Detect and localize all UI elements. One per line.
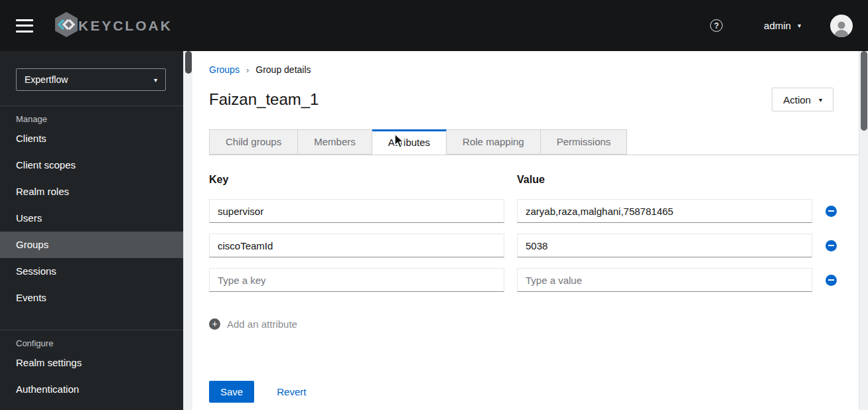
- help-icon[interactable]: ?: [710, 19, 723, 32]
- attribute-key-input[interactable]: [209, 199, 504, 223]
- breadcrumb-groups-link[interactable]: Groups: [209, 64, 240, 75]
- sidebar-item-groups[interactable]: Groups: [0, 232, 183, 258]
- attributes-table-header: Key Value: [209, 174, 837, 186]
- main-content: Groups › Group details Faizan_team_1 Act…: [192, 51, 859, 410]
- sidebar-item-clients[interactable]: Clients: [0, 125, 183, 152]
- sidebar-item-sessions[interactable]: Sessions: [0, 258, 183, 285]
- form-actions: Save Revert: [209, 381, 837, 403]
- sidebar-item-client-scopes[interactable]: Client scopes: [0, 152, 183, 178]
- attribute-value-input[interactable]: [517, 199, 812, 223]
- chevron-down-icon: ▾: [819, 96, 822, 103]
- remove-attribute-button minus-circle-icon[interactable]: [826, 240, 837, 251]
- chevron-down-icon: ▾: [154, 76, 157, 84]
- value-column-header: Value: [517, 174, 812, 186]
- revert-link[interactable]: Revert: [277, 386, 306, 397]
- realm-selector-value: Expertflow: [25, 74, 68, 85]
- add-attribute-label: Add an attribute: [227, 318, 297, 330]
- keycloak-logo: KEYCLOAK: [50, 9, 173, 43]
- page-title: Faizan_team_1: [209, 90, 319, 109]
- action-dropdown-label: Action: [783, 94, 811, 105]
- brand-wordmark: KEYCLOAK: [78, 18, 173, 34]
- sidebar: Expertflow ▾ Manage Clients Client scope…: [0, 51, 183, 410]
- save-button[interactable]: Save: [209, 381, 254, 403]
- topbar-right: ? admin ▾: [710, 15, 868, 37]
- tab-permissions[interactable]: Permissions: [541, 129, 628, 155]
- sidebar-item-events[interactable]: Events: [0, 285, 183, 311]
- user-menu-label: admin: [764, 20, 791, 31]
- attribute-value-input[interactable]: [517, 234, 812, 257]
- attribute-row: [209, 268, 837, 292]
- keycloak-logo-icon: [50, 9, 82, 43]
- page-scrollbar[interactable]: [859, 51, 868, 410]
- breadcrumb-current: Group details: [255, 64, 311, 75]
- sidebar-item-realm-roles[interactable]: Realm roles: [0, 178, 183, 205]
- user-menu[interactable]: admin ▾: [764, 20, 801, 31]
- tab-attributes[interactable]: Attributes: [372, 129, 447, 155]
- attribute-value-input[interactable]: [517, 268, 812, 292]
- tab-bar: Child groups Members Attributes Role map…: [209, 129, 859, 155]
- sidebar-item-users[interactable]: Users: [0, 205, 183, 232]
- sidebar-scrollbar[interactable]: [183, 51, 192, 410]
- breadcrumb: Groups › Group details: [209, 64, 859, 75]
- add-attribute-button[interactable]: + Add an attribute: [209, 318, 297, 330]
- realm-selector[interactable]: Expertflow ▾: [16, 68, 166, 91]
- nav-section-title: Configure: [0, 330, 183, 340]
- attribute-row: [209, 234, 837, 257]
- nav-section-manage: Manage Clients Client scopes Realm roles…: [0, 105, 183, 311]
- sidebar-item-authentication[interactable]: Authentication: [0, 376, 183, 403]
- attribute-row: [209, 199, 837, 223]
- tab-child-groups[interactable]: Child groups: [209, 129, 298, 155]
- breadcrumb-separator-icon: ›: [246, 65, 249, 75]
- hamburger-menu-icon[interactable]: [16, 19, 33, 33]
- attribute-key-input[interactable]: [209, 268, 504, 292]
- plus-circle-icon: +: [209, 318, 220, 330]
- tab-role-mapping[interactable]: Role mapping: [447, 129, 541, 155]
- nav-section-configure: Configure Realm settings Authentication: [0, 330, 183, 403]
- sidebar-scrollbar-thumb[interactable]: [185, 51, 192, 74]
- page-scrollbar-thumb[interactable]: [861, 51, 867, 131]
- attributes-panel: Key Value + Add an a: [209, 174, 837, 403]
- sidebar-nav: Manage Clients Client scopes Realm roles…: [0, 105, 183, 403]
- action-dropdown-button[interactable]: Action ▾: [772, 88, 833, 111]
- remove-attribute-button minus-circle-icon[interactable]: [826, 206, 837, 217]
- tab-members[interactable]: Members: [298, 129, 372, 155]
- sidebar-item-realm-settings[interactable]: Realm settings: [0, 350, 183, 376]
- topbar: KEYCLOAK ? admin ▾: [0, 0, 868, 51]
- remove-attribute-button minus-circle-icon[interactable]: [826, 275, 837, 286]
- chevron-down-icon: ▾: [798, 22, 801, 29]
- title-row: Faizan_team_1 Action ▾: [209, 88, 833, 111]
- key-column-header: Key: [209, 174, 504, 186]
- nav-section-title: Manage: [0, 106, 183, 116]
- attribute-key-input[interactable]: [209, 234, 504, 257]
- avatar[interactable]: [830, 15, 853, 37]
